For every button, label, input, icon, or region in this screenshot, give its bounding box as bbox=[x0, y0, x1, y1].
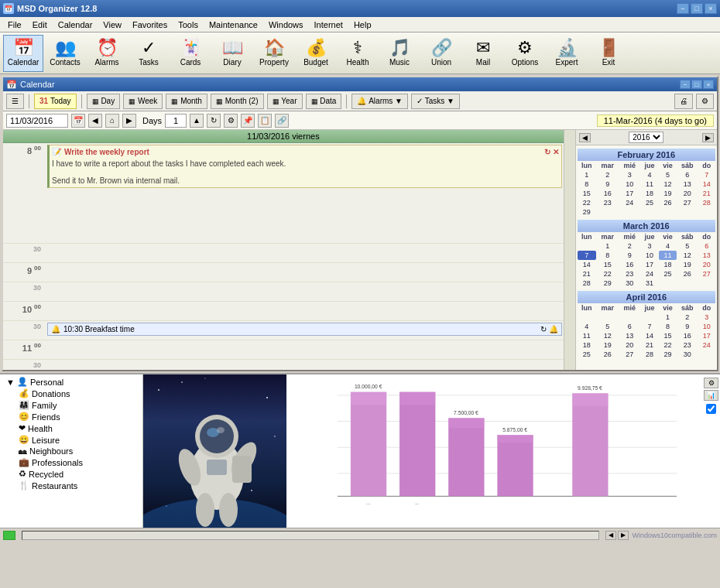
cal-day[interactable]: 18 bbox=[659, 260, 677, 269]
cal-day[interactable]: 14 bbox=[578, 260, 597, 269]
close-button[interactable]: × bbox=[705, 3, 717, 14]
cal-day[interactable]: 1 bbox=[578, 170, 597, 179]
cal-day[interactable]: 12 bbox=[596, 331, 619, 340]
cal-day[interactable]: 2 bbox=[619, 241, 640, 251]
menu-item-favorites[interactable]: Favorites bbox=[128, 19, 172, 31]
week-button[interactable]: ▦ Week bbox=[123, 94, 163, 109]
today-button[interactable]: 31 Today bbox=[34, 94, 77, 109]
cal-day[interactable]: 7 bbox=[578, 251, 597, 260]
cal-day[interactable]: 1 bbox=[596, 241, 619, 251]
cal-day[interactable]: 26 bbox=[659, 198, 677, 207]
tree-item-health[interactable]: ❤Health bbox=[17, 422, 141, 434]
cal-day[interactable]: 25 bbox=[640, 198, 659, 207]
event-note-report[interactable]: 📝 Write the weekly report ↻ ✕ I have to … bbox=[47, 145, 562, 188]
chart-checkbox[interactable] bbox=[705, 404, 717, 414]
cal-day[interactable]: 15 bbox=[659, 331, 677, 340]
cal-day[interactable]: 6 bbox=[698, 241, 715, 251]
cal-day[interactable]: 18 bbox=[640, 189, 659, 198]
cal-day[interactable]: 3 bbox=[619, 170, 640, 179]
cal-day[interactable]: 7 bbox=[640, 322, 659, 331]
cal-day[interactable]: 28 bbox=[698, 198, 715, 207]
date-input[interactable] bbox=[6, 114, 68, 128]
main-minimize-button[interactable]: − bbox=[680, 80, 691, 89]
prev-year-button[interactable]: ◀ bbox=[579, 133, 591, 142]
cal-day[interactable]: 9 bbox=[677, 322, 698, 331]
chart-export-button[interactable]: 📊 bbox=[704, 390, 718, 401]
cal-day[interactable]: 22 bbox=[596, 269, 619, 279]
scroll-left-button[interactable]: ◀ bbox=[605, 531, 616, 540]
cal-day[interactable]: 23 bbox=[596, 198, 619, 207]
options-button[interactable]: ⚙ bbox=[696, 94, 714, 109]
cal-day[interactable]: 22 bbox=[578, 198, 597, 207]
toolbar-contacts[interactable]: 👥Contacts bbox=[45, 35, 85, 72]
cal-day[interactable]: 27 bbox=[698, 269, 715, 279]
year-select[interactable]: 2016 bbox=[629, 132, 663, 143]
event-appt-breakfast[interactable]: 🔔 10:30 Breakfast time ↻ 🔔 bbox=[47, 323, 562, 336]
toolbar-tasks[interactable]: ✓Tasks bbox=[129, 35, 169, 72]
cal-day[interactable]: 9 bbox=[596, 179, 619, 189]
cal-day[interactable]: 8 bbox=[659, 322, 677, 331]
cal-day[interactable]: 17 bbox=[640, 260, 659, 269]
month2-button[interactable]: ▦ Month (2) bbox=[211, 94, 264, 109]
cal-day[interactable]: 29 bbox=[659, 350, 677, 359]
cal-day[interactable]: 3 bbox=[640, 241, 659, 251]
tree-item-root[interactable]: ▼ 👤 Personal bbox=[5, 376, 141, 388]
cal-day[interactable]: 24 bbox=[698, 340, 715, 350]
cal-day[interactable]: 12 bbox=[677, 251, 698, 260]
cal-day[interactable]: 3 bbox=[698, 313, 715, 322]
toolbar-budget[interactable]: 💰Budget bbox=[296, 35, 336, 72]
tree-item-leisure[interactable]: 😀Leisure bbox=[17, 434, 141, 446]
tree-item-family[interactable]: 👨‍👩‍👧Family bbox=[17, 399, 141, 411]
days-input[interactable] bbox=[165, 114, 187, 128]
cal-day[interactable]: 17 bbox=[619, 189, 640, 198]
menu-button[interactable]: ☰ bbox=[6, 94, 24, 109]
cal-day[interactable]: 5 bbox=[659, 170, 677, 179]
cal-day[interactable]: 5 bbox=[596, 322, 619, 331]
cal-day[interactable]: 8 bbox=[578, 179, 597, 189]
menu-item-view[interactable]: View bbox=[98, 19, 126, 31]
cal-day[interactable]: 7 bbox=[698, 170, 715, 179]
statusbar-scrollbar[interactable] bbox=[22, 531, 599, 540]
cal-day[interactable]: 5 bbox=[677, 241, 698, 251]
cal-day[interactable]: 23 bbox=[619, 269, 640, 279]
month-button[interactable]: ▦ Month bbox=[166, 94, 207, 109]
cal-day[interactable]: 19 bbox=[596, 340, 619, 350]
cal-day[interactable]: 12 bbox=[659, 179, 677, 189]
toolbar-cards[interactable]: 🃏Cards bbox=[170, 35, 211, 72]
menu-item-help[interactable]: Help bbox=[349, 19, 376, 31]
menu-item-edit[interactable]: Edit bbox=[28, 19, 52, 31]
cal-day[interactable]: 14 bbox=[640, 331, 659, 340]
menu-item-internet[interactable]: Internet bbox=[310, 19, 348, 31]
main-close-button[interactable]: × bbox=[703, 80, 714, 89]
cal-day[interactable]: 13 bbox=[698, 251, 715, 260]
toolbar-expert[interactable]: 🔬Expert bbox=[547, 35, 587, 72]
toolbar-alarms[interactable]: ⏰Alarms bbox=[87, 35, 127, 72]
cal-day[interactable]: 26 bbox=[596, 350, 619, 359]
cal-day[interactable]: 1 bbox=[659, 313, 677, 322]
cal-day[interactable]: 28 bbox=[640, 350, 659, 359]
menu-item-calendar[interactable]: Calendar bbox=[53, 19, 98, 31]
toolbar-property[interactable]: 🏠Property bbox=[254, 35, 294, 72]
toolbar-calendar[interactable]: 📅Calendar bbox=[3, 35, 43, 72]
cal-day[interactable]: 20 bbox=[677, 189, 698, 198]
cal-day[interactable]: 28 bbox=[578, 279, 597, 288]
maximize-button[interactable]: □ bbox=[691, 3, 703, 14]
cal-day[interactable]: 10 bbox=[640, 251, 659, 260]
scroll-bar[interactable] bbox=[564, 130, 575, 370]
cal-day[interactable]: 31 bbox=[640, 279, 659, 288]
cal-day[interactable]: 8 bbox=[596, 251, 619, 260]
cal-day[interactable]: 21 bbox=[698, 189, 715, 198]
cal-day[interactable]: 11 bbox=[640, 179, 659, 189]
cal-day[interactable]: 29 bbox=[596, 279, 619, 288]
cal-day[interactable]: 2 bbox=[677, 313, 698, 322]
chart-options-button[interactable]: ⚙ bbox=[704, 378, 718, 388]
scroll-right-button[interactable]: ▶ bbox=[618, 531, 629, 540]
home-button[interactable]: ⌂ bbox=[105, 114, 119, 128]
cal-day[interactable]: 16 bbox=[619, 260, 640, 269]
cal-day[interactable]: 4 bbox=[659, 241, 677, 251]
cal-day[interactable]: 26 bbox=[677, 269, 698, 279]
menu-item-file[interactable]: File bbox=[3, 19, 26, 31]
tree-item-donations[interactable]: 💰Donations bbox=[17, 388, 141, 399]
cal-day[interactable]: 17 bbox=[698, 331, 715, 340]
cal-day[interactable]: 10 bbox=[698, 322, 715, 331]
